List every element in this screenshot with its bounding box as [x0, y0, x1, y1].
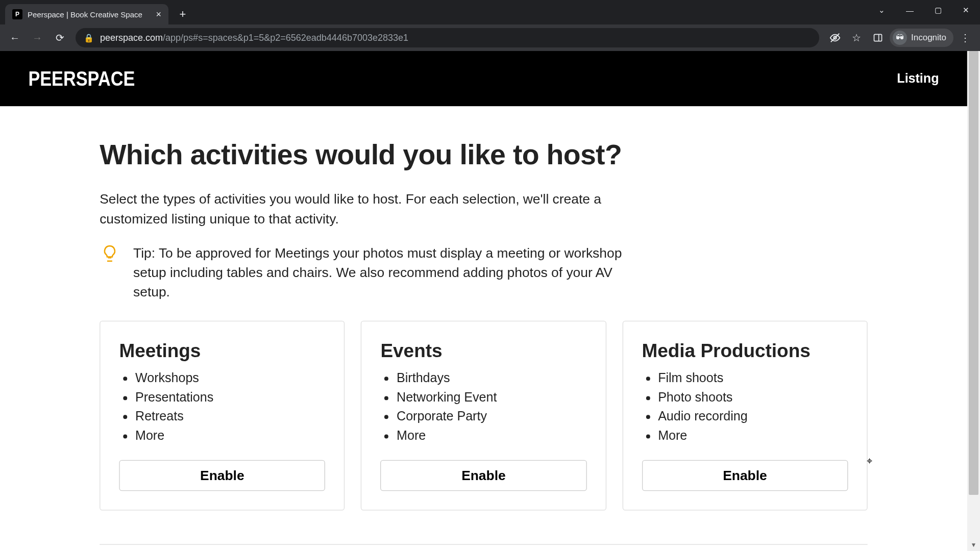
url-text: peerspace.com/app/ps#s=spaces&p1=5&p2=65… [100, 33, 408, 43]
lock-icon: 🔒 [84, 33, 94, 43]
enable-media-button[interactable]: Enable [642, 460, 848, 491]
list-item: Film shoots [658, 368, 848, 388]
page-title: Which activities would you like to host? [100, 138, 868, 170]
back-button[interactable]: ← [5, 28, 24, 47]
kebab-menu-icon[interactable]: ⋮ [955, 28, 975, 47]
new-tab-button[interactable]: + [176, 7, 190, 21]
svg-rect-2 [874, 34, 882, 41]
side-panel-icon[interactable] [868, 28, 888, 47]
list-item: Birthdays [397, 368, 586, 388]
list-item: Presentations [135, 388, 325, 407]
tip-text: Tip: To be approved for Meetings your ph… [133, 243, 625, 302]
card-media-productions: Media Productions Film shoots Photo shoo… [622, 321, 867, 511]
forward-button[interactable]: → [28, 28, 47, 47]
list-item: Corporate Party [397, 407, 586, 427]
close-window-button[interactable]: ✕ [952, 0, 980, 20]
enable-meetings-button[interactable]: Enable [119, 460, 325, 491]
incognito-label: Incognito [911, 33, 946, 43]
maximize-button[interactable]: ▢ [924, 0, 952, 20]
list-item: Retreats [135, 407, 325, 427]
site-header: PEERSPACE Listing [0, 51, 967, 106]
browser-tab[interactable]: P Peerspace | Book Creative Space × [5, 4, 168, 24]
list-item: Audio recording [658, 407, 848, 427]
browser-titlebar: P Peerspace | Book Creative Space × + ⌄ … [0, 0, 980, 24]
listing-link[interactable]: Listing [897, 71, 939, 86]
card-list: Film shoots Photo shoots Audio recording… [642, 368, 848, 445]
reload-button[interactable]: ⟳ [50, 28, 69, 47]
tab-title: Peerspace | Book Creative Space [28, 10, 142, 19]
list-item: More [397, 426, 586, 445]
card-list: Workshops Presentations Retreats More [119, 368, 325, 445]
enable-events-button[interactable]: Enable [380, 460, 586, 491]
list-item: More [135, 426, 325, 445]
bookmark-icon[interactable]: ☆ [847, 28, 866, 47]
section-divider [100, 544, 868, 545]
site-logo[interactable]: PEERSPACE [28, 66, 135, 91]
main-content: Which activities would you like to host?… [0, 106, 967, 551]
incognito-icon: 🕶 [893, 31, 907, 45]
activity-cards: Meetings Workshops Presentations Retreat… [100, 321, 868, 511]
incognito-indicator[interactable]: 🕶 Incognito [890, 29, 953, 47]
scrollbar-thumb[interactable] [969, 51, 978, 495]
vertical-scrollbar[interactable]: ▲ ▼ [967, 51, 980, 551]
card-events: Events Birthdays Networking Event Corpor… [361, 321, 606, 511]
card-list: Birthdays Networking Event Corporate Par… [380, 368, 586, 445]
browser-toolbar: ← → ⟳ 🔒 peerspace.com/app/ps#s=spaces&p1… [0, 24, 980, 51]
tab-favicon: P [12, 9, 22, 19]
list-item: Networking Event [397, 388, 586, 407]
page-subtitle: Select the types of activities you would… [100, 190, 618, 229]
minimize-button[interactable]: ― [896, 0, 924, 20]
window-controls: ⌄ ― ▢ ✕ [868, 0, 980, 20]
list-item: More [658, 426, 848, 445]
close-tab-icon[interactable]: × [156, 9, 161, 20]
card-meetings: Meetings Workshops Presentations Retreat… [100, 321, 345, 511]
lightbulb-icon [100, 243, 120, 264]
tracking-icon[interactable] [825, 28, 845, 47]
page-viewport: PEERSPACE Listing Which activities would… [0, 51, 967, 551]
tip-callout: Tip: To be approved for Meetings your ph… [100, 243, 868, 302]
card-title: Meetings [119, 340, 325, 362]
card-title: Media Productions [642, 340, 848, 362]
list-item: Photo shoots [658, 388, 848, 407]
card-title: Events [380, 340, 586, 362]
address-bar[interactable]: 🔒 peerspace.com/app/ps#s=spaces&p1=5&p2=… [76, 28, 819, 47]
scroll-down-arrow[interactable]: ▼ [967, 538, 980, 551]
list-item: Workshops [135, 368, 325, 388]
tab-search-icon[interactable]: ⌄ [868, 0, 896, 20]
